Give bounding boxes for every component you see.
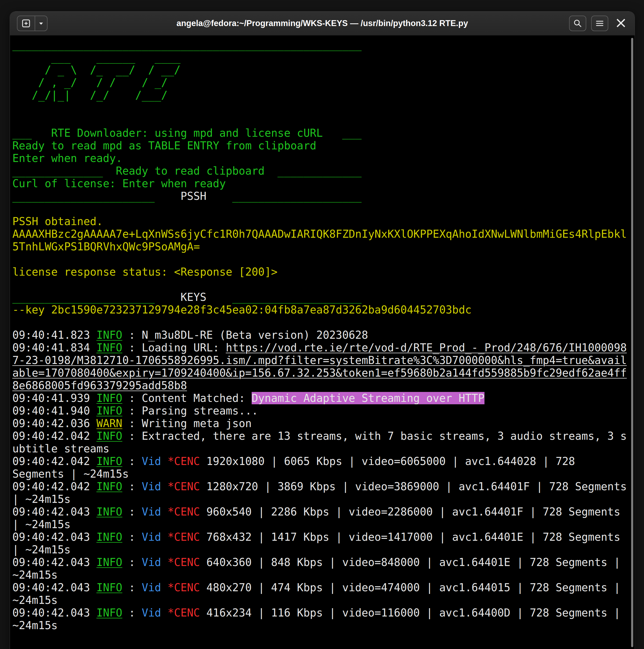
terminal-text: 09:40:42.043: [12, 531, 96, 543]
terminal-text: 09:40:42.036: [12, 417, 96, 430]
terminal-text: :: [122, 556, 142, 568]
terminal-text: :: [122, 329, 142, 341]
header-right-controls: ×: [569, 15, 629, 31]
url-link[interactable]: 8e6868005fd963379295add58b8: [12, 379, 187, 392]
terminal-window: angela@fedora:~/Programming/WKS-KEYS — /…: [10, 11, 635, 649]
terminal-text: Vid: [142, 531, 168, 543]
terminal-text: ______________ Ready to read clipboard _…: [12, 165, 362, 177]
terminal-text: 09:40:41.834: [12, 341, 96, 354]
terminal-row: ___ RTE Downloader: using mpd and licens…: [12, 127, 631, 139]
close-button[interactable]: ×: [613, 15, 629, 31]
terminal-text: 09:40:41.939: [12, 392, 96, 404]
terminal-text: :: [122, 480, 142, 493]
terminal-text: :: [122, 430, 142, 442]
close-icon: ×: [615, 15, 627, 30]
terminal-text: *CENC: [168, 480, 206, 493]
terminal-text: INFO: [96, 531, 122, 543]
terminal-row: ___ ______ ____: [12, 51, 631, 64]
terminal-row: 09:40:42.042 INFO : Vid *CENC 1920x1080 …: [12, 455, 631, 468]
terminal-text: | ~24m15s: [12, 544, 71, 556]
terminal-text: WARN: [96, 417, 122, 430]
terminal-row: ~24m15s: [12, 569, 631, 581]
terminal-row: 09:40:42.042 INFO : Extracted, there are…: [12, 430, 631, 442]
terminal-text: 640x360 | 848 Kbps | video=848000 | avc1…: [206, 556, 620, 568]
terminal-text: ______________________: [12, 291, 155, 303]
terminal-text: KEYS: [155, 291, 232, 303]
terminal-text: *CENC: [168, 455, 206, 467]
menu-button[interactable]: [591, 15, 608, 31]
terminal-text: Extracted, there are 13 streams, with 7 …: [142, 430, 627, 442]
terminal-text: N_m3u8DL-RE (Beta version) 20230628: [142, 329, 368, 341]
terminal-text: ____________________: [232, 291, 362, 303]
terminal-text: Ready to read mpd as TABLE ENTRY from cl…: [12, 139, 316, 152]
terminal-row: 09:40:41.834 INFO : Loading URL: https:/…: [12, 341, 631, 354]
terminal-text: :: [122, 581, 142, 594]
terminal-text: 09:40:42.043: [12, 556, 96, 568]
terminal-text: Vid: [142, 455, 168, 467]
terminal-row: [12, 203, 631, 215]
terminal-row: 09:40:41.823 INFO : N_m3u8DL-RE (Beta ve…: [12, 329, 631, 341]
terminal-row: AAAAXHBzc2gAAAAA7e+LqXnWSs6jyCfc1R0h7QAA…: [12, 228, 631, 241]
terminal-text: --key 2bc1590e723237129794e28f3c45ea02:0…: [12, 304, 472, 316]
terminal-text: /_/|_| /_/ /___/: [12, 89, 168, 101]
terminal-text: Vid: [142, 506, 168, 518]
terminal-text: PSSH obtained.: [12, 215, 103, 227]
terminal-text: :: [122, 531, 142, 543]
terminal-row: 09:40:41.939 INFO : Content Matched: Dyn…: [12, 392, 631, 404]
header-left-controls: [17, 15, 48, 31]
terminal-row: [12, 101, 631, 114]
terminal-text: Parsing streams...: [142, 404, 258, 417]
terminal-text: 09:40:42.043: [12, 607, 96, 619]
url-link[interactable]: able=1707080400&expiry=1709240400&ip=156…: [12, 367, 627, 379]
terminal-text: :: [122, 341, 142, 354]
terminal-row: license response status: <Response [200]…: [12, 266, 631, 278]
terminal-text: | ~24m15s: [12, 493, 71, 505]
terminal-text: INFO: [96, 506, 122, 518]
terminal-row: ~24m15s: [12, 619, 631, 632]
terminal-text: INFO: [96, 329, 122, 341]
terminal-row: [12, 253, 631, 266]
tab-switcher-button[interactable]: [35, 16, 47, 31]
terminal-row: / , _/ / / / _/: [12, 76, 631, 89]
terminal-row: 09:40:42.043 INFO : Vid *CENC 960x540 | …: [12, 506, 631, 518]
terminal-row: ~24m15s: [12, 594, 631, 607]
terminal-row: PSSH obtained.: [12, 215, 631, 228]
scrollbar-thumb[interactable]: [631, 38, 633, 647]
terminal-text: :: [122, 404, 142, 417]
window-title: angela@fedora:~/Programming/WKS-KEYS — /…: [176, 11, 468, 35]
terminal-text: :: [122, 607, 142, 619]
terminal-text: :: [122, 455, 142, 467]
terminal-row: Enter when ready.: [12, 152, 631, 165]
terminal-row: ________________________________________…: [12, 38, 631, 51]
terminal-text: 09:40:41.940: [12, 404, 96, 417]
terminal-text: 09:40:42.042: [12, 480, 96, 493]
terminal-text: INFO: [96, 341, 122, 354]
terminal-text: Vid: [142, 556, 168, 568]
terminal-text: Writing meta json: [142, 417, 251, 430]
terminal-row: | ~24m15s: [12, 544, 631, 556]
terminal-text: 480x270 | 474 Kbps | video=474000 | avc1…: [206, 581, 620, 594]
terminal-text: / _ \ /_ __/ / __/: [12, 64, 180, 76]
url-link[interactable]: 7-23-0198/M3812710-1706558926995.ism/.mp…: [12, 354, 627, 366]
terminal-row: [12, 316, 631, 329]
terminal-text: ~24m15s: [12, 594, 58, 606]
terminal-row: | ~24m15s: [12, 493, 631, 506]
terminal-text: Vid: [142, 480, 168, 493]
terminal-text: INFO: [96, 430, 122, 442]
terminal-row: [12, 114, 631, 127]
terminal-text: *CENC: [168, 556, 206, 568]
terminal-text: Enter when ready.: [12, 152, 122, 164]
search-button[interactable]: [569, 15, 586, 31]
url-link[interactable]: https://vod.rte.ie/rte/vod-d/RTE_Prod_-_…: [226, 341, 627, 354]
terminal-text: 416x234 | 116 Kbps | video=116000 | avc1…: [206, 607, 620, 619]
new-tab-button[interactable]: [17, 16, 35, 31]
terminal-text: *CENC: [168, 581, 206, 594]
header-bar: angela@fedora:~/Programming/WKS-KEYS — /…: [10, 11, 635, 36]
terminal-text: Vid: [142, 581, 168, 594]
terminal-row: 7-23-0198/M3812710-1706558926995.ism/.mp…: [12, 354, 631, 367]
terminal-row: Ready to read mpd as TABLE ENTRY from cl…: [12, 139, 631, 152]
terminal-text: Segments | ~24m15s: [12, 468, 129, 480]
terminal-text: license response status: <Response [200]…: [12, 266, 277, 278]
terminal-text: | ~24m15s: [12, 518, 71, 530]
terminal-row: 09:40:41.940 INFO : Parsing streams...: [12, 404, 631, 417]
